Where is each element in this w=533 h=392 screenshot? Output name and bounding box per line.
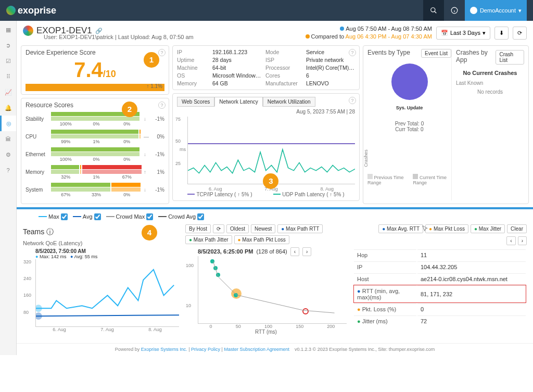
newest-button[interactable]: Newest [251, 224, 275, 233]
res-val: 0% [112, 121, 142, 127]
latency-chart[interactable]: 75 50 25 ms 3 [187, 117, 355, 184]
user-menu[interactable]: DemoAccount ▾ [465, 0, 527, 21]
footer-version: v0.1.2.3 © 2023 Exoprise Systems Inc., S… [295, 347, 435, 352]
hop-next[interactable]: › [518, 236, 527, 245]
res-val: 0% [112, 192, 142, 197]
footer-link[interactable]: Privacy Policy [191, 347, 220, 352]
check-crowd-max[interactable] [146, 213, 153, 220]
xtick: 200 [327, 324, 335, 329]
res-bar [80, 165, 81, 169]
trend-pct: -1% [152, 116, 164, 122]
no-crashes: No Current Crashes [456, 70, 524, 76]
nav-help[interactable]: ? [0, 162, 16, 178]
hop-prev[interactable]: ‹ [506, 236, 515, 245]
tab-network-latency[interactable]: Network Latency [214, 97, 262, 107]
last-known-label: Last Known [456, 80, 524, 86]
res-val: 67% [51, 192, 81, 197]
label: Mode [265, 49, 302, 55]
info-panel: ? IP192.168.1.223ModeService Uptime28 da… [172, 45, 360, 90]
footer-link[interactable]: Exoprise Systems Inc. [141, 347, 187, 352]
filter-jitter[interactable]: ● Max Path Jitter [185, 235, 232, 244]
ytick: 75 [175, 117, 181, 122]
label: ● RTT (min, avg, max)(ms) [354, 285, 416, 302]
brand-icon [6, 6, 16, 15]
nav-check[interactable]: ☑ [0, 53, 16, 69]
callout-4: 4 [142, 225, 157, 241]
check-crowd-avg[interactable] [197, 213, 204, 220]
xlabel: RTT (ms) [185, 329, 347, 335]
range-dropdown[interactable]: 📅 Last 3 Days ▾ [436, 27, 490, 40]
help-icon[interactable]: ? [349, 97, 356, 104]
val-cores: 6 [306, 72, 355, 79]
nav-bell[interactable]: 🔔 [0, 100, 16, 116]
val-machine: 64-bit [212, 65, 261, 71]
nav-bank[interactable]: 🏛 [0, 131, 16, 147]
filter-rtt[interactable]: ● Max Path RTT [277, 224, 323, 233]
res-bar [51, 165, 79, 169]
prev-button[interactable]: ‹ [290, 247, 299, 256]
res-val: 1% [82, 139, 111, 144]
tab-web-scores[interactable]: Web Scores [177, 97, 214, 107]
res-val: 1% [82, 174, 111, 180]
trend-pct: -1% [152, 151, 164, 157]
help-icon[interactable]: ? [158, 102, 166, 109]
compare-prefix: Compared to [311, 33, 346, 40]
download-button[interactable]: ⬇ [494, 27, 509, 40]
qoe-chart[interactable]: 320 240 160 80 [35, 259, 179, 327]
legend-tcp[interactable]: TCP/IP Latency ( ↑ 5% ) [187, 192, 252, 197]
refresh-path-button[interactable]: ⟳ [213, 224, 224, 233]
crash-list-button[interactable]: Crash List [496, 50, 524, 65]
search-button[interactable] [423, 0, 444, 21]
event-list-button[interactable]: Event List [421, 49, 451, 58]
byhost-button[interactable]: By Host [185, 224, 211, 233]
info-button[interactable] [444, 0, 465, 21]
footer: Powered by Exoprise Systems Inc. | Priva… [17, 343, 533, 355]
val-ip: 192.168.1.223 [212, 49, 261, 55]
time-range-info: Aug 05 7:50 AM - Aug 08 7:50 AM Compared… [306, 25, 432, 41]
trend-arrow: — [144, 134, 150, 140]
pie-label: Sys. Update [367, 105, 451, 110]
network-chart-panel: ? Web Scores Network Latency Network Uti… [172, 93, 360, 201]
res-val: 100% [51, 121, 81, 127]
legend-udp[interactable]: UDP Path Latency ( ↑ 5% ) [273, 192, 344, 197]
nav-apps[interactable]: ⠿ [0, 69, 16, 84]
next-button[interactable]: › [302, 247, 311, 256]
filter-avgrtt[interactable]: ● Max Avg. RTT [378, 224, 423, 233]
ytick: 100 [186, 263, 194, 268]
res-bar [82, 170, 142, 174]
res-label: Memory [26, 169, 49, 175]
page-header: EXOP1-DEV1 🔗 User: EXOP1-DEV1\patrick | … [17, 21, 533, 45]
res-label: Ethernet [26, 151, 49, 157]
nav-chart[interactable]: 📈 [0, 84, 16, 100]
curr-total: Curr Total: 0 [367, 127, 451, 132]
filter-jitter2[interactable]: ● Max Jitter [471, 224, 505, 233]
filter-loss[interactable]: ● Max Path Pkt Loss [234, 235, 289, 244]
events-panel: Events by Type Event List Sys. Update Pr… [363, 45, 529, 204]
refresh-button[interactable]: ⟳ [513, 27, 527, 40]
nav-arrow[interactable]: ➲ [0, 37, 16, 53]
nav-gear[interactable]: ⚙ [0, 147, 16, 162]
tab-network-util[interactable]: Network Utilization [263, 97, 315, 107]
resource-row: System 67%33%0% ↓ -1% [26, 183, 164, 197]
events-pie[interactable] [391, 64, 428, 100]
val-host: ae214-0.icr08.cys04.ntwk.msn.net [417, 273, 526, 284]
check-avg[interactable] [94, 213, 101, 220]
svg-point-5 [36, 305, 42, 312]
val-proc: Intel(R) Core(TM) i7-97 [306, 65, 355, 71]
compare-range: Aug 06 4:30 PM - Aug 07 4:30 AM [346, 33, 432, 40]
oldest-button[interactable]: Oldest [226, 224, 249, 233]
nav-grid[interactable]: ▦ [0, 22, 16, 37]
check-max[interactable] [61, 213, 68, 220]
help-icon[interactable]: ? [158, 49, 166, 56]
res-val: 99% [51, 139, 81, 144]
bottom-section: Max Avg Crowd Max Crowd Avg Teams ⓘ 4 Ne… [17, 207, 533, 339]
link-icon[interactable]: 🔗 [95, 28, 103, 34]
clear-button[interactable]: Clear [507, 224, 527, 233]
path-scatter[interactable]: 100 10 [198, 256, 347, 324]
page-subtitle: User: EXOP1-DEV1\patrick | Last Upload: … [23, 34, 194, 40]
filter-pktloss[interactable]: ● Max Pkt Loss [425, 224, 468, 233]
footer-link[interactable]: Master Subscription Agreement [224, 347, 289, 352]
label: Hop [354, 249, 416, 260]
help-icon[interactable]: ? [349, 49, 356, 56]
nav-target[interactable]: ◎ [0, 116, 16, 131]
